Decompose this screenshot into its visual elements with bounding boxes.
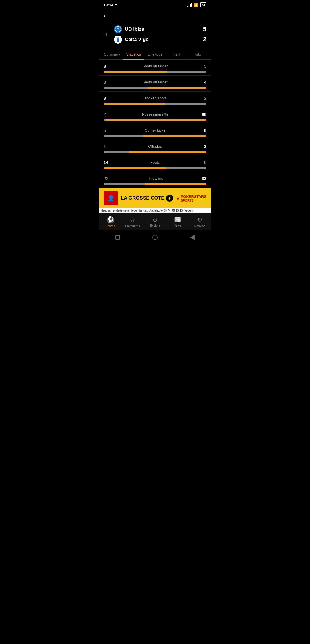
match-status: FT	[104, 32, 111, 36]
away-score: 2	[203, 35, 206, 44]
match-teams: 🛡 UD Ibiza Celta Vigo	[114, 24, 199, 45]
stat-bar-left	[104, 103, 165, 105]
away-team-logo	[114, 36, 122, 44]
circle-icon	[152, 235, 158, 240]
stat-label: Shots off target	[112, 80, 198, 84]
signal-icon	[187, 3, 192, 7]
stat-left-val: 14	[104, 160, 112, 165]
time: 19:14	[104, 3, 113, 7]
ad-lightning-icon: ⚡	[166, 195, 173, 202]
stat-bar-right	[167, 71, 206, 73]
nav-favourites[interactable]: ☆ Favourites	[121, 216, 144, 229]
stat-row-6: 14 Fouls 9	[99, 156, 211, 172]
stat-bar-right	[106, 119, 206, 121]
stat-right-val: 33	[198, 176, 206, 181]
stat-right-val: 98	[198, 112, 206, 117]
stat-bar-right	[148, 87, 206, 89]
svg-point-4	[117, 37, 119, 39]
system-nav	[99, 230, 211, 246]
stat-row-3: 2 Possession (%) 98	[99, 108, 211, 124]
nav-scores[interactable]: ⚽ Scores	[99, 216, 121, 229]
stat-row-1: 3 Shots off target 4	[99, 76, 211, 92]
stat-bar-left	[104, 135, 143, 137]
explore-icon: ⊙	[153, 217, 158, 223]
stat-bar	[104, 103, 206, 105]
stat-label: Throw ins	[112, 176, 198, 181]
stat-bar-right	[145, 183, 206, 185]
stat-right-val: 5	[198, 64, 206, 69]
stat-right-val: 8	[198, 128, 206, 133]
stat-bar	[104, 151, 206, 153]
stat-row-4: 5 Corner kicks 8	[99, 124, 211, 140]
nav-refresh[interactable]: ↻ Refresh	[189, 216, 211, 229]
stat-left-val: 1	[104, 144, 112, 149]
square-icon	[115, 235, 120, 240]
home-score: 5	[203, 25, 206, 34]
status-bar: 19:14 ⚠ 📶 73	[99, 0, 211, 9]
stat-bar-left	[104, 183, 145, 185]
stat-left-val: 3	[104, 96, 112, 101]
system-recents-button[interactable]	[187, 232, 197, 243]
tab-summary[interactable]: Summary	[101, 49, 123, 59]
ad-photo: 👤	[104, 191, 118, 205]
stat-left-val: 8	[104, 64, 112, 69]
tab-lineups[interactable]: Line-Ups	[144, 49, 166, 59]
stat-bar-right	[165, 103, 206, 105]
away-team-name: Celta Vigo	[125, 37, 199, 42]
stat-row-5: 1 Offsides 3	[99, 140, 211, 156]
tab-statistics[interactable]: Statistics	[123, 49, 144, 59]
ad-brand-name: POKERSTARS	[181, 194, 206, 199]
warning-icon: ⚠	[114, 3, 118, 7]
ad-main-text: LA GROSSE COTE	[121, 195, 164, 201]
refresh-label: Refresh	[194, 224, 206, 228]
nav-tabs: Summary Statistics Line-Ups H2H Info	[99, 49, 211, 60]
wifi-icon: 📶	[193, 3, 198, 7]
news-label: News	[173, 224, 181, 227]
stat-bar-right	[166, 167, 206, 169]
stat-row-2: 3 Blocked shots 2	[99, 92, 211, 108]
favourites-icon: ☆	[130, 217, 135, 223]
stat-label: Offsides	[112, 144, 198, 149]
stat-left-val: 2	[104, 112, 112, 117]
match-scores: 5 2	[203, 25, 206, 44]
bottom-nav: ⚽ Scores ☆ Favourites ⊙ Explore 📰 News ↻…	[99, 213, 211, 230]
stat-bar-right	[143, 135, 206, 137]
stat-right-val: 4	[198, 80, 206, 85]
stat-bar-left	[104, 151, 129, 153]
nav-explore[interactable]: ⊙ Explore	[144, 216, 166, 229]
home-team-row: 🛡 UD Ibiza	[114, 24, 199, 34]
stat-label: Blocked shots	[112, 96, 198, 100]
stat-bar	[104, 87, 206, 89]
system-home-button[interactable]	[150, 232, 160, 243]
stat-bar-left	[104, 119, 106, 121]
stat-label: Corner kicks	[112, 128, 198, 132]
stat-right-val: 3	[198, 144, 206, 149]
news-icon: 📰	[174, 217, 181, 223]
nav-news[interactable]: 📰 News	[166, 216, 189, 229]
stat-left-val: 3	[104, 80, 112, 85]
stat-bar-right	[129, 151, 206, 153]
ad-banner[interactable]: 👤 LA GROSSE COTE ⚡ ★ POKERSTARS SPORTS r…	[99, 188, 211, 213]
tab-h2h[interactable]: H2H	[166, 49, 187, 59]
stat-bar-left	[104, 87, 148, 89]
system-back-button[interactable]	[113, 232, 123, 243]
scores-icon: ⚽	[106, 217, 114, 223]
stat-label: Shots on target	[112, 64, 198, 68]
stats-container: 8 Shots on target 5 3 Shots off target 4…	[99, 60, 211, 188]
stat-bar	[104, 119, 206, 121]
stat-left-val: 5	[104, 128, 112, 133]
home-team-name: UD Ibiza	[125, 26, 199, 32]
stat-label: Possession (%)	[112, 112, 198, 116]
favourites-label: Favourites	[125, 224, 140, 228]
stat-row-0: 8 Shots on target 5	[99, 60, 211, 76]
home-team-logo: 🛡	[114, 25, 122, 33]
stat-bar	[104, 71, 206, 73]
stat-bar-left	[104, 71, 167, 73]
tab-info[interactable]: Info	[187, 49, 209, 59]
stat-left-val: 22	[104, 176, 112, 181]
back-button[interactable]: ‹	[99, 9, 211, 22]
explore-label: Explore	[150, 224, 160, 227]
away-team-row: Celta Vigo	[114, 34, 199, 45]
triangle-icon	[190, 235, 195, 240]
stat-bar	[104, 135, 206, 137]
